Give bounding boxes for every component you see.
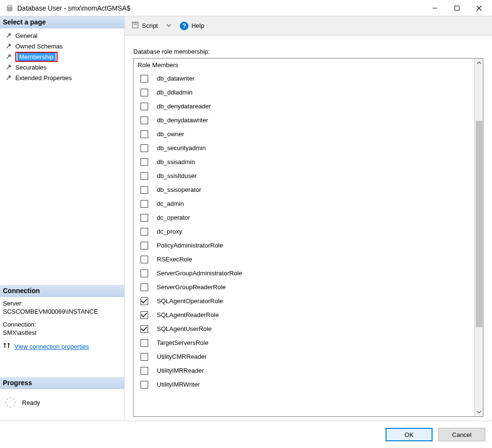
sidebar-item-membership[interactable]: Membership: [3, 51, 124, 62]
role-checkbox[interactable]: [141, 325, 148, 333]
sidebar-item-general[interactable]: General: [3, 30, 124, 41]
role-row[interactable]: dc_proxy: [138, 224, 470, 238]
maximize-button[interactable]: [446, 0, 468, 16]
role-checkbox[interactable]: [141, 200, 148, 208]
role-label: UtilityIMRReader: [157, 367, 204, 374]
close-button[interactable]: [468, 0, 490, 16]
role-row[interactable]: SQLAgentUserRole: [138, 322, 470, 336]
role-checkbox[interactable]: [141, 311, 148, 319]
role-row[interactable]: ServerGroupAdministratorRole: [138, 266, 470, 280]
sidebar-item-label: Extended Properties: [15, 74, 72, 82]
role-row[interactable]: db_denydatareader: [138, 99, 470, 113]
role-list: db_datawriterdb_ddladmindb_denydatareade…: [138, 71, 470, 391]
role-label: dc_admin: [157, 200, 184, 207]
role-membership-listbox: Role Members db_datawriterdb_ddladmindb_…: [133, 58, 483, 417]
role-row[interactable]: db_ssisadmin: [138, 155, 470, 169]
role-row[interactable]: UtilityIMRWriter: [138, 377, 470, 391]
chevron-down-icon: [166, 22, 171, 29]
role-row[interactable]: SQLAgentReaderRole: [138, 308, 470, 322]
progress-header: Progress: [0, 377, 124, 389]
vertical-scrollbar[interactable]: [474, 59, 483, 416]
role-checkbox[interactable]: [141, 367, 148, 375]
role-label: db_denydatareader: [157, 103, 211, 110]
role-row[interactable]: db_owner: [138, 127, 470, 141]
role-label: PolicyAdministratorRole: [157, 242, 223, 249]
sidebar-item-label: Owned Schemas: [15, 43, 63, 50]
role-checkbox[interactable]: [141, 381, 148, 389]
scrollbar-thumb[interactable]: [476, 121, 482, 327]
scroll-down-button[interactable]: [475, 408, 483, 416]
svg-rect-3: [455, 6, 459, 10]
cancel-button[interactable]: Cancel: [438, 428, 485, 441]
role-checkbox[interactable]: [141, 158, 148, 166]
role-checkbox[interactable]: [141, 228, 148, 236]
role-row[interactable]: TargetServersRole: [138, 336, 470, 350]
role-checkbox[interactable]: [141, 242, 148, 249]
wrench-icon: [5, 42, 12, 50]
role-label: RSExecRole: [157, 256, 192, 263]
svg-point-16: [5, 401, 7, 403]
role-label: db_datawriter: [157, 75, 195, 82]
role-checkbox[interactable]: [141, 172, 148, 180]
role-row[interactable]: PolicyAdministratorRole: [138, 238, 470, 252]
role-row[interactable]: db_ssisltduser: [138, 169, 470, 183]
role-row[interactable]: dc_operator: [138, 211, 470, 224]
view-connection-properties-link[interactable]: View connection properties: [14, 343, 89, 350]
role-row[interactable]: db_ssisoperator: [138, 183, 470, 197]
role-label: db_ssisoperator: [157, 186, 201, 193]
ok-button[interactable]: OK: [386, 428, 433, 441]
role-row[interactable]: db_denydatawriter: [138, 113, 470, 127]
role-list-header: Role Members: [138, 61, 470, 69]
role-checkbox[interactable]: [141, 144, 148, 152]
role-checkbox[interactable]: [141, 283, 148, 291]
connection-header: Connection: [0, 285, 124, 297]
role-row[interactable]: db_datawriter: [138, 71, 470, 85]
script-dropdown-button[interactable]: [164, 22, 173, 29]
role-row[interactable]: ServerGroupReaderRole: [138, 280, 470, 294]
role-label: db_ssisadmin: [157, 158, 195, 165]
role-checkbox[interactable]: [141, 186, 148, 194]
role-label: UtilityCMRReader: [157, 353, 207, 360]
role-row[interactable]: SQLAgentOperatorRole: [138, 294, 470, 308]
sidebar-item-owned-schemas[interactable]: Owned Schemas: [3, 41, 124, 51]
role-checkbox[interactable]: [141, 353, 148, 361]
sidebar-item-extended-properties[interactable]: Extended Properties: [3, 72, 124, 83]
main-panel: Script ? Help Database role membership: …: [125, 16, 492, 421]
role-row[interactable]: UtilityCMRReader: [138, 350, 470, 364]
role-row[interactable]: UtilityIMRReader: [138, 364, 470, 377]
role-checkbox[interactable]: [141, 103, 148, 110]
sidebar-item-securables[interactable]: Securables: [3, 62, 124, 72]
connection-properties-icon: [3, 342, 11, 351]
role-checkbox[interactable]: [141, 75, 148, 83]
role-row[interactable]: db_securityadmin: [138, 141, 470, 155]
role-checkbox[interactable]: [141, 270, 148, 277]
role-checkbox[interactable]: [141, 117, 148, 124]
svg-point-12: [14, 401, 16, 403]
role-checkbox[interactable]: [141, 339, 148, 347]
script-button[interactable]: Script: [129, 19, 161, 32]
role-checkbox[interactable]: [141, 214, 148, 222]
role-row[interactable]: dc_admin: [138, 197, 470, 211]
role-label: db_owner: [157, 130, 184, 138]
script-icon: [131, 21, 139, 30]
role-checkbox[interactable]: [141, 256, 148, 263]
progress-status: Ready: [22, 399, 40, 406]
role-row[interactable]: db_ddladmin: [138, 85, 470, 99]
highlight-box: Membership: [15, 52, 58, 62]
connection-block: Server: SCSCOMBEVM00069\INSTANCE Connect…: [0, 297, 124, 353]
scroll-up-button[interactable]: [475, 59, 483, 67]
svg-point-11: [13, 398, 15, 400]
role-label: SQLAgentReaderRole: [157, 311, 219, 318]
dialog-footer: OK Cancel: [0, 421, 492, 448]
svg-point-1: [7, 5, 12, 7]
titlebar: Database User - smx\momActGMSA$: [0, 0, 492, 16]
help-button[interactable]: ? Help: [177, 20, 207, 32]
role-label: TargetServersRole: [157, 339, 209, 346]
role-checkbox[interactable]: [141, 297, 148, 305]
minimize-button[interactable]: [424, 0, 446, 16]
script-label: Script: [142, 22, 158, 29]
role-checkbox[interactable]: [141, 130, 148, 138]
role-checkbox[interactable]: [141, 89, 148, 96]
role-row[interactable]: RSExecRole: [138, 252, 470, 266]
progress-block: Ready: [0, 389, 124, 415]
